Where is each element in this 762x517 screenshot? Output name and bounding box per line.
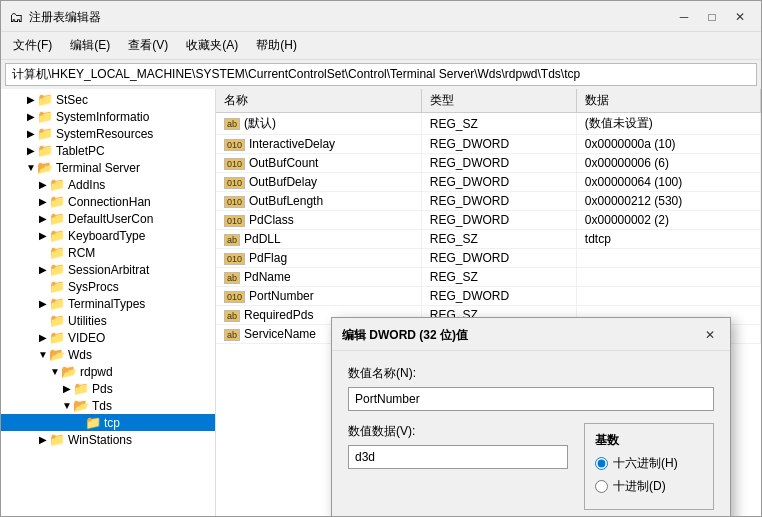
folder-icon-wds: 📂 — [49, 347, 65, 362]
tree-label-terminaltypes: TerminalTypes — [68, 297, 145, 311]
tree-item-terminalserver[interactable]: ▼ 📂 Terminal Server — [1, 159, 215, 176]
tree-item-connectionhan[interactable]: ▶ 📁 ConnectionHan — [1, 193, 215, 210]
folder-icon-tabletpc: 📁 — [37, 143, 53, 158]
table-row[interactable]: abPdDLLREG_SZtdtcp — [216, 230, 761, 249]
cell-data: 0x00000212 (530) — [576, 192, 760, 211]
tree-item-addins[interactable]: ▶ 📁 AddIns — [1, 176, 215, 193]
menu-view[interactable]: 查看(V) — [120, 34, 176, 57]
tree-item-wds[interactable]: ▼ 📂 Wds — [1, 346, 215, 363]
reg-type-icon: 010 — [224, 139, 245, 151]
table-row[interactable]: 010OutBufCountREG_DWORD0x00000006 (6) — [216, 154, 761, 173]
tree-item-terminaltypes[interactable]: ▶ 📁 TerminalTypes — [1, 295, 215, 312]
maximize-button[interactable]: □ — [699, 7, 725, 27]
cell-data — [576, 287, 760, 306]
menu-help[interactable]: 帮助(H) — [248, 34, 305, 57]
table-row[interactable]: 010PdFlagREG_DWORD — [216, 249, 761, 268]
reg-type-icon: 010 — [224, 215, 245, 227]
cell-type: REG_DWORD — [421, 287, 576, 306]
cell-type: REG_DWORD — [421, 211, 576, 230]
tree-arrow-keyboardtype: ▶ — [37, 230, 49, 241]
cell-data: 0x00000064 (100) — [576, 173, 760, 192]
tree-arrow-tabletpc: ▶ — [25, 145, 37, 156]
table-row[interactable]: ab(默认)REG_SZ(数值未设置) — [216, 113, 761, 135]
cell-type: REG_DWORD — [421, 249, 576, 268]
reg-type-icon: 010 — [224, 196, 245, 208]
close-button[interactable]: ✕ — [727, 7, 753, 27]
tree-arrow-sysres: ▶ — [25, 128, 37, 139]
tree-item-sysres[interactable]: ▶ 📁 SystemResources — [1, 125, 215, 142]
tree-item-rdpwd[interactable]: ▼ 📂 rdpwd — [1, 363, 215, 380]
tree-item-rcm[interactable]: 📁 RCM — [1, 244, 215, 261]
menu-favorites[interactable]: 收藏夹(A) — [178, 34, 246, 57]
cell-name: 010PdFlag — [216, 249, 421, 268]
menu-file[interactable]: 文件(F) — [5, 34, 60, 57]
tree-arrow-terminalserver: ▼ — [25, 162, 37, 173]
cell-type: REG_SZ — [421, 268, 576, 287]
radio-hex-input[interactable] — [595, 457, 608, 470]
table-row[interactable]: 010InteractiveDelayREG_DWORD0x0000000a (… — [216, 135, 761, 154]
reg-type-icon: ab — [224, 118, 240, 130]
tree-item-sysinfo[interactable]: ▶ 📁 SystemInformatio — [1, 108, 215, 125]
base-group: 基数 十六进制(H) 十进制(D) — [584, 423, 714, 510]
minimize-button[interactable]: ─ — [671, 7, 697, 27]
value-name-input[interactable] — [348, 387, 714, 411]
tree-item-pds[interactable]: ▶ 📁 Pds — [1, 380, 215, 397]
menu-edit[interactable]: 编辑(E) — [62, 34, 118, 57]
tree-label-tabletpc: TabletPC — [56, 144, 105, 158]
reg-type-icon: ab — [224, 234, 240, 246]
tree-item-tabletpc[interactable]: ▶ 📁 TabletPC — [1, 142, 215, 159]
main-content: ▶ 📁 StSec ▶ 📁 SystemInformatio ▶ 📁 Syste… — [1, 89, 761, 516]
reg-type-icon: 010 — [224, 253, 245, 265]
value-data-label: 数值数据(V): — [348, 423, 568, 440]
col-header-name: 名称 — [216, 89, 421, 113]
tree-arrow-sessionarbitrat: ▶ — [37, 264, 49, 275]
table-row[interactable]: 010OutBufLengthREG_DWORD0x00000212 (530) — [216, 192, 761, 211]
cell-name: abPdDLL — [216, 230, 421, 249]
value-data-input[interactable] — [348, 445, 568, 469]
tree-item-winstations[interactable]: ▶ 📁 WinStations — [1, 431, 215, 448]
tree-item-utilities[interactable]: 📁 Utilities — [1, 312, 215, 329]
cell-name: abPdName — [216, 268, 421, 287]
dialog-base-col: 基数 十六进制(H) 十进制(D) — [584, 423, 714, 514]
tree-item-stsec[interactable]: ▶ 📁 StSec — [1, 91, 215, 108]
tree-item-video[interactable]: ▶ 📁 VIDEO — [1, 329, 215, 346]
cell-name: 010OutBufDelay — [216, 173, 421, 192]
table-row[interactable]: 010PortNumberREG_DWORD — [216, 287, 761, 306]
tree-arrow-pds: ▶ — [61, 383, 73, 394]
table-row[interactable]: abPdNameREG_SZ — [216, 268, 761, 287]
edit-dword-dialog: 编辑 DWORD (32 位)值 ✕ 数值名称(N): 数值数据(V): 基数 — [331, 317, 731, 516]
radio-dec-input[interactable] — [595, 480, 608, 493]
radio-hex-label[interactable]: 十六进制(H) — [595, 455, 703, 472]
tree-label-sysprocs: SysProcs — [68, 280, 119, 294]
tree-arrow-rdpwd: ▼ — [49, 366, 61, 377]
tree-item-tcp[interactable]: 📁 tcp — [1, 414, 215, 431]
tree-label-sysinfo: SystemInformatio — [56, 110, 149, 124]
cell-name: 010PdClass — [216, 211, 421, 230]
table-row[interactable]: 010PdClassREG_DWORD0x00000002 (2) — [216, 211, 761, 230]
folder-icon-connectionhan: 📁 — [49, 194, 65, 209]
folder-icon-pds: 📁 — [73, 381, 89, 396]
tree-item-tds[interactable]: ▼ 📂 Tds — [1, 397, 215, 414]
cell-data: 0x00000006 (6) — [576, 154, 760, 173]
folder-icon-terminaltypes: 📁 — [49, 296, 65, 311]
tree-item-defaultusercon[interactable]: ▶ 📁 DefaultUserCon — [1, 210, 215, 227]
tree-arrow-winstations: ▶ — [37, 434, 49, 445]
cell-type: REG_SZ — [421, 230, 576, 249]
dialog-close-button[interactable]: ✕ — [700, 326, 720, 344]
cell-name: 010InteractiveDelay — [216, 135, 421, 154]
folder-icon-sysinfo: 📁 — [37, 109, 53, 124]
cell-name: 010PortNumber — [216, 287, 421, 306]
tree-label-wds: Wds — [68, 348, 92, 362]
cell-data: 0x0000000a (10) — [576, 135, 760, 154]
tree-item-sessionarbitrat[interactable]: ▶ 📁 SessionArbitrat — [1, 261, 215, 278]
tree-arrow-stsec: ▶ — [25, 94, 37, 105]
tree-item-sysprocs[interactable]: 📁 SysProcs — [1, 278, 215, 295]
tree-item-keyboardtype[interactable]: ▶ 📁 KeyboardType — [1, 227, 215, 244]
radio-dec-text: 十进制(D) — [613, 478, 666, 495]
radio-dec-label[interactable]: 十进制(D) — [595, 478, 703, 495]
folder-icon-winstations: 📁 — [49, 432, 65, 447]
dialog-title-bar: 编辑 DWORD (32 位)值 ✕ — [332, 318, 730, 351]
table-row[interactable]: 010OutBufDelayREG_DWORD0x00000064 (100) — [216, 173, 761, 192]
tree-arrow-terminaltypes: ▶ — [37, 298, 49, 309]
reg-type-icon: 010 — [224, 158, 245, 170]
